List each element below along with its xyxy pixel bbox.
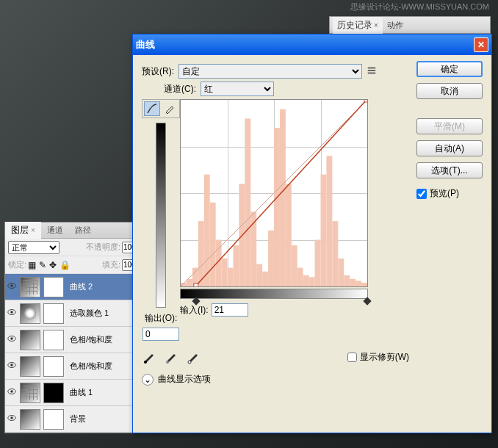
svg-point-52 — [188, 361, 191, 364]
opacity-label: 不透明度: — [86, 242, 120, 253]
curve-pencil-tool[interactable] — [162, 101, 178, 116]
layer-name: 曲线 1 — [70, 387, 93, 398]
visibility-icon[interactable] — [5, 307, 18, 319]
input-input[interactable] — [212, 303, 248, 317]
layer-name: 色相/饱和度 — [70, 334, 112, 345]
layer-name: 背景 — [70, 413, 86, 424]
gray-point-dropper[interactable] — [164, 350, 178, 364]
visibility-icon[interactable] — [5, 360, 18, 372]
watermark-text: 思缘设计论坛-WWW.MISSYUAN.COM — [350, 1, 489, 12]
channel-select[interactable]: 红 — [201, 82, 274, 96]
svg-point-9 — [10, 390, 13, 393]
show-clipping-check[interactable]: 显示修剪(W) — [347, 351, 409, 364]
adjustment-thumb — [20, 383, 40, 403]
tab-history[interactable]: 历史记录× — [333, 17, 383, 34]
curve-display-options-toggle[interactable]: ⌄ 曲线显示选项 — [142, 373, 409, 386]
blend-mode-select[interactable]: 正常 — [8, 241, 59, 254]
svg-rect-13 — [368, 70, 376, 71]
svg-rect-14 — [368, 72, 376, 73]
lock-transparent-icon[interactable]: ▦ — [28, 260, 36, 270]
output-gradient — [156, 123, 166, 308]
layer-row[interactable]: 色相/饱和度 — [5, 353, 147, 380]
adjustment-thumb — [20, 330, 40, 350]
curve-graph[interactable] — [180, 99, 368, 287]
preset-select[interactable]: 自定 — [178, 64, 362, 79]
layer-row[interactable]: 曲线 2 — [5, 274, 147, 300]
visibility-icon[interactable] — [5, 413, 18, 425]
layer-row[interactable]: 色相/饱和度 — [5, 327, 147, 353]
curve-point-tool[interactable] — [144, 101, 160, 116]
input-label: 输入(I): — [180, 304, 209, 317]
svg-rect-12 — [368, 67, 376, 68]
white-point-dropper[interactable] — [186, 350, 201, 364]
mask-thumb — [43, 303, 64, 324]
svg-line-47 — [181, 100, 367, 286]
mask-thumb — [43, 409, 64, 430]
preview-check[interactable]: 预览(P) — [416, 187, 483, 200]
layer-name: 选取颜色 1 — [70, 308, 109, 319]
channel-label: 通道(C): — [164, 83, 196, 95]
close-icon[interactable]: × — [374, 21, 378, 29]
svg-point-1 — [10, 284, 13, 287]
svg-point-3 — [10, 311, 13, 314]
auto-button[interactable]: 自动(A) — [416, 140, 483, 156]
svg-point-50 — [144, 361, 147, 364]
curves-dialog: 曲线 ✕ 预设(R): 自定 通道(C): 红 — [132, 34, 492, 433]
lock-all-icon[interactable]: 🔒 — [59, 260, 71, 270]
svg-point-7 — [10, 364, 13, 366]
lock-label: 锁定: — [8, 259, 26, 270]
preset-menu-icon[interactable] — [367, 65, 377, 78]
history-actions-panel: 历史记录× 动作 — [329, 16, 491, 34]
fill-label: 填充: — [102, 259, 120, 270]
layer-name: 曲线 2 — [70, 281, 93, 292]
adjustment-thumb — [20, 356, 40, 377]
preset-label: 预设(R): — [142, 65, 174, 78]
mask-thumb — [43, 330, 64, 350]
curve-tool-pair — [142, 99, 180, 118]
output-label: 输出(O): — [145, 312, 178, 325]
ok-button[interactable]: 确定 — [416, 61, 483, 77]
adjustment-thumb — [20, 409, 40, 430]
options-button[interactable]: 选项(T)... — [416, 162, 483, 178]
lock-move-icon[interactable]: ✥ — [49, 260, 57, 270]
smooth-button[interactable]: 平滑(M) — [416, 118, 483, 134]
tab-layers[interactable]: 图层× — [5, 222, 41, 239]
input-gradient — [180, 289, 368, 299]
svg-rect-49 — [364, 100, 367, 102]
tab-channels[interactable]: 通道 — [41, 223, 69, 238]
tab-actions[interactable]: 动作 — [383, 18, 408, 33]
black-point-dropper[interactable] — [142, 350, 156, 364]
layers-panel: 图层× 通道 路径 正常 不透明度: 锁定: ▦ ✎ ✥ 🔒 填充: 曲线 2 … — [4, 222, 148, 433]
visibility-icon[interactable] — [5, 386, 18, 399]
layer-row[interactable]: 选取颜色 1 — [5, 300, 147, 327]
visibility-icon[interactable] — [5, 281, 18, 293]
titlebar[interactable]: 曲线 ✕ — [133, 35, 491, 55]
close-button[interactable]: ✕ — [474, 37, 488, 52]
svg-point-51 — [166, 361, 169, 364]
svg-point-11 — [10, 416, 13, 419]
layer-name: 色相/饱和度 — [70, 361, 112, 372]
expand-icon: ⌄ — [142, 374, 154, 386]
preview-checkbox[interactable] — [416, 189, 427, 199]
svg-rect-48 — [194, 283, 198, 286]
curve-line — [181, 100, 367, 286]
adjustment-thumb — [20, 277, 40, 297]
mask-thumb — [43, 383, 64, 403]
layer-row[interactable]: 背景 — [5, 406, 147, 433]
show-clipping-checkbox[interactable] — [347, 353, 357, 362]
lock-paint-icon[interactable]: ✎ — [39, 260, 46, 270]
dialog-title: 曲线 — [136, 38, 474, 51]
tab-paths[interactable]: 路径 — [69, 223, 97, 238]
cancel-button[interactable]: 取消 — [416, 83, 483, 99]
adjustment-thumb — [20, 303, 40, 324]
visibility-icon[interactable] — [5, 333, 18, 346]
svg-point-5 — [10, 337, 13, 340]
layers-panel-tabs: 图层× 通道 路径 — [5, 223, 147, 239]
output-input[interactable] — [142, 328, 179, 341]
mask-thumb — [43, 356, 64, 377]
layer-row[interactable]: 曲线 1 — [5, 380, 147, 406]
mask-thumb — [43, 277, 64, 297]
